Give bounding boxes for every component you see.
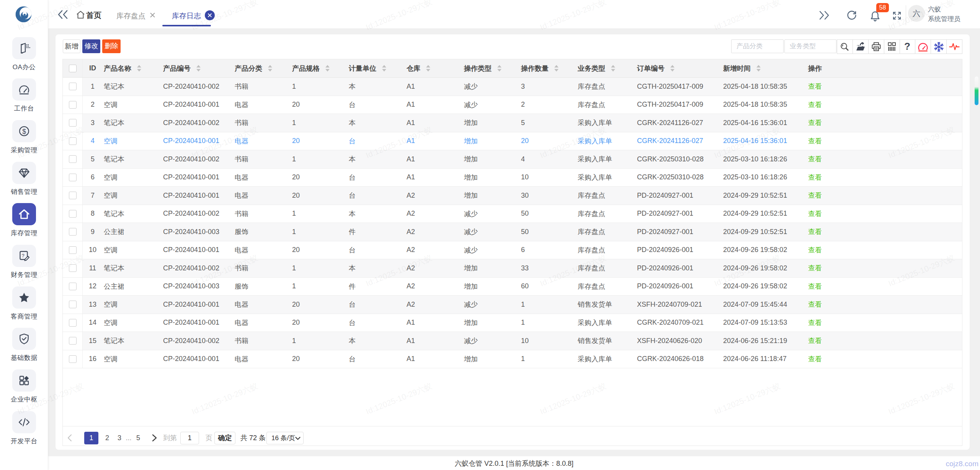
svg-text:$: $ [22, 127, 26, 135]
svg-text:?: ? [21, 252, 24, 258]
svg-text:?: ? [904, 41, 910, 52]
